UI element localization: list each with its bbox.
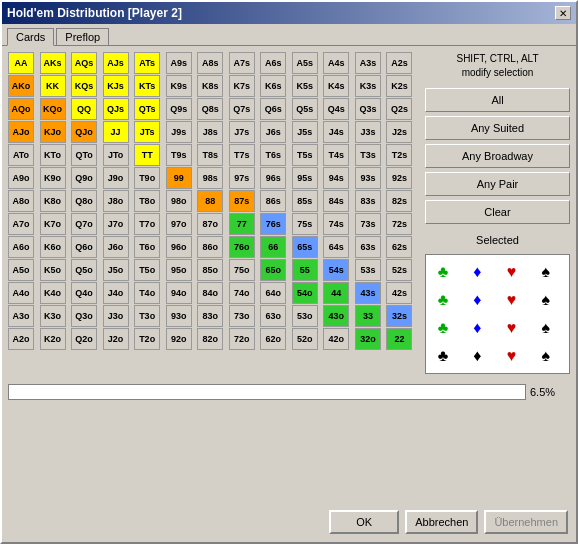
grid-cell[interactable]: QQ (71, 98, 97, 120)
grid-cell[interactable]: 52s (386, 259, 412, 281)
grid-cell[interactable]: K5o (40, 259, 66, 281)
grid-cell[interactable]: K8o (40, 190, 66, 212)
grid-cell[interactable]: 42s (386, 282, 412, 304)
grid-cell[interactable]: K2s (386, 75, 412, 97)
grid-cell[interactable]: 96o (166, 236, 192, 258)
grid-cell[interactable]: 95s (292, 167, 318, 189)
grid-cell[interactable]: 77 (229, 213, 255, 235)
grid-cell[interactable]: J7s (229, 121, 255, 143)
grid-cell[interactable]: J6o (103, 236, 129, 258)
grid-cell[interactable]: T8o (134, 190, 160, 212)
grid-cell[interactable]: T9s (166, 144, 192, 166)
grid-cell[interactable]: T8s (197, 144, 223, 166)
grid-cell[interactable]: A5o (8, 259, 34, 281)
grid-cell[interactable]: J8o (103, 190, 129, 212)
grid-cell[interactable]: T6o (134, 236, 160, 258)
grid-cell[interactable]: J3s (355, 121, 381, 143)
grid-cell[interactable]: A8o (8, 190, 34, 212)
grid-cell[interactable]: QJo (71, 121, 97, 143)
grid-cell[interactable]: 87o (197, 213, 223, 235)
grid-cell[interactable]: K9o (40, 167, 66, 189)
grid-cell[interactable]: Q6s (260, 98, 286, 120)
grid-cell[interactable]: A7s (229, 52, 255, 74)
grid-cell[interactable]: K6s (260, 75, 286, 97)
grid-cell[interactable]: ATs (134, 52, 160, 74)
grid-cell[interactable]: 44 (323, 282, 349, 304)
suit-cell[interactable]: ♦ (464, 259, 490, 285)
grid-cell[interactable]: 54o (292, 282, 318, 304)
grid-cell[interactable]: 86s (260, 190, 286, 212)
grid-cell[interactable]: T9o (134, 167, 160, 189)
grid-cell[interactable]: 99 (166, 167, 192, 189)
grid-cell[interactable]: 66 (260, 236, 286, 258)
grid-cell[interactable]: JTo (103, 144, 129, 166)
grid-cell[interactable]: J2o (103, 328, 129, 350)
grid-cell[interactable]: AA (8, 52, 34, 74)
grid-cell[interactable]: 84s (323, 190, 349, 212)
grid-cell[interactable]: TT (134, 144, 160, 166)
suit-cell[interactable]: ♥ (499, 343, 525, 369)
grid-cell[interactable]: 96s (260, 167, 286, 189)
grid-cell[interactable]: 73o (229, 305, 255, 327)
grid-cell[interactable]: T5s (292, 144, 318, 166)
grid-cell[interactable]: 64s (323, 236, 349, 258)
grid-cell[interactable]: T3s (355, 144, 381, 166)
grid-cell[interactable]: J9o (103, 167, 129, 189)
grid-cell[interactable]: A3o (8, 305, 34, 327)
grid-cell[interactable]: 94s (323, 167, 349, 189)
grid-cell[interactable]: 75s (292, 213, 318, 235)
grid-cell[interactable]: J3o (103, 305, 129, 327)
grid-cell[interactable]: 62s (386, 236, 412, 258)
grid-cell[interactable]: ATo (8, 144, 34, 166)
grid-cell[interactable]: 65s (292, 236, 318, 258)
grid-cell[interactable]: K4s (323, 75, 349, 97)
grid-cell[interactable]: J5o (103, 259, 129, 281)
grid-cell[interactable]: Q8o (71, 190, 97, 212)
grid-cell[interactable]: 74o (229, 282, 255, 304)
grid-cell[interactable]: T6s (260, 144, 286, 166)
grid-cell[interactable]: 63s (355, 236, 381, 258)
grid-cell[interactable]: 84o (197, 282, 223, 304)
grid-cell[interactable]: 94o (166, 282, 192, 304)
grid-cell[interactable]: Q2s (386, 98, 412, 120)
suit-cell[interactable]: ♣ (430, 315, 456, 341)
grid-cell[interactable]: 82s (386, 190, 412, 212)
grid-cell[interactable]: 72s (386, 213, 412, 235)
grid-cell[interactable]: K2o (40, 328, 66, 350)
grid-cell[interactable]: 87s (229, 190, 255, 212)
grid-cell[interactable]: 76o (229, 236, 255, 258)
grid-cell[interactable]: QTo (71, 144, 97, 166)
tab-preflop[interactable]: Preflop (56, 28, 109, 45)
suit-cell[interactable]: ♣ (430, 287, 456, 313)
suit-cell[interactable]: ♣ (430, 343, 456, 369)
grid-cell[interactable]: KJo (40, 121, 66, 143)
grid-cell[interactable]: AKo (8, 75, 34, 97)
grid-cell[interactable]: A8s (197, 52, 223, 74)
grid-cell[interactable]: K7s (229, 75, 255, 97)
grid-cell[interactable]: Q7s (229, 98, 255, 120)
grid-cell[interactable]: Q9o (71, 167, 97, 189)
grid-cell[interactable]: A6s (260, 52, 286, 74)
grid-cell[interactable]: 97o (166, 213, 192, 235)
grid-cell[interactable]: 93s (355, 167, 381, 189)
grid-cell[interactable]: K7o (40, 213, 66, 235)
any-suited-button[interactable]: Any Suited (425, 116, 570, 140)
grid-cell[interactable]: J4o (103, 282, 129, 304)
grid-cell[interactable]: J4s (323, 121, 349, 143)
grid-cell[interactable]: 65o (260, 259, 286, 281)
suit-cell[interactable]: ♥ (499, 315, 525, 341)
grid-cell[interactable]: K3s (355, 75, 381, 97)
grid-cell[interactable]: KTs (134, 75, 160, 97)
grid-cell[interactable]: 53s (355, 259, 381, 281)
grid-cell[interactable]: 72o (229, 328, 255, 350)
ok-button[interactable]: OK (329, 510, 399, 534)
grid-cell[interactable]: 52o (292, 328, 318, 350)
grid-cell[interactable]: 83o (197, 305, 223, 327)
grid-cell[interactable]: 22 (386, 328, 412, 350)
grid-cell[interactable]: 42o (323, 328, 349, 350)
grid-cell[interactable]: 93o (166, 305, 192, 327)
grid-cell[interactable]: K6o (40, 236, 66, 258)
suit-cell[interactable]: ♥ (499, 287, 525, 313)
grid-cell[interactable]: 98o (166, 190, 192, 212)
grid-cell[interactable]: 83s (355, 190, 381, 212)
